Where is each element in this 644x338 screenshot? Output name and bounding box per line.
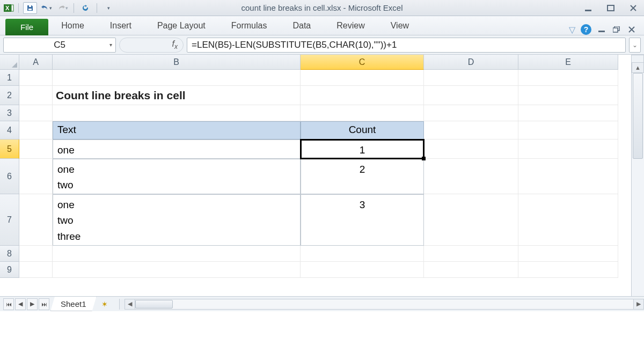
cell-a2[interactable] [19,86,53,105]
cell-a6[interactable] [19,159,53,194]
col-header-a[interactable]: A [19,55,53,70]
tab-formulas[interactable]: Formulas [218,18,280,35]
hscroll-right-icon[interactable]: ▶ [633,299,644,310]
cell-c2[interactable] [301,86,424,105]
name-box-dropdown-icon[interactable]: ▾ [109,42,112,48]
vertical-scrollbar[interactable]: ▲ [631,62,644,296]
row-header-5[interactable]: 5 [0,139,19,159]
cell-b3[interactable] [53,105,301,121]
cell-b5[interactable]: one [53,139,301,159]
tab-insert[interactable]: Insert [97,18,144,35]
hscroll-split-handle[interactable] [119,299,125,310]
fx-icon[interactable]: fx [172,39,178,50]
cell-b7[interactable]: one two three [53,194,301,246]
help-icon[interactable]: ? [581,24,591,35]
cell-a7[interactable] [19,194,53,246]
cell-d1[interactable] [424,70,518,86]
sheet-nav-prev-icon[interactable]: ◀ [15,298,26,310]
cell-b2[interactable]: Count line breaks in cell [53,86,301,105]
cell-c5[interactable]: 1 [301,139,424,159]
col-header-d[interactable]: D [424,55,518,70]
hscroll-thumb[interactable] [135,300,173,308]
hscroll-left-icon[interactable]: ◀ [125,299,135,310]
workbook-minimize-icon[interactable] [597,25,606,34]
workbook-restore-icon[interactable] [612,25,621,34]
cell-c6[interactable]: 2 [301,159,424,194]
cell-e7[interactable] [518,194,618,246]
cell-c1[interactable] [301,70,424,86]
refresh-icon[interactable] [78,2,92,14]
cell-d6[interactable] [424,159,518,194]
cell-b4[interactable]: Text [53,121,301,139]
cell-b6[interactable]: one two [53,159,301,194]
cell-c7[interactable]: 3 [301,194,424,246]
row-header-2[interactable]: 2 [0,86,19,105]
cell-b8[interactable] [53,246,301,262]
tab-review[interactable]: Review [324,18,377,35]
tab-page-layout[interactable]: Page Layout [144,18,218,35]
horizontal-scrollbar[interactable]: ◀ ▶ [119,297,644,311]
tab-view[interactable]: View [378,18,422,35]
cell-d9[interactable] [424,262,518,278]
redo-icon[interactable]: ▾ [55,2,69,14]
row-header-8[interactable]: 8 [0,246,19,262]
maximize-icon[interactable] [603,3,618,13]
cell-a8[interactable] [19,246,53,262]
qat-customize-icon[interactable]: ▾ [101,2,115,14]
cell-e9[interactable] [518,262,618,278]
col-header-b[interactable]: B [53,55,301,70]
cell-a4[interactable] [19,121,53,139]
cell-a9[interactable] [19,262,53,278]
cell-d7[interactable] [424,194,518,246]
row-header-7[interactable]: 7 [0,194,19,246]
cell-c9[interactable] [301,262,424,278]
col-header-c[interactable]: C [301,55,424,70]
row-header-9[interactable]: 9 [0,262,19,278]
cell-c8[interactable] [301,246,424,262]
tab-data[interactable]: Data [280,18,324,35]
save-icon[interactable] [23,2,37,14]
name-box[interactable]: C5 ▾ [3,38,116,53]
cell-b1[interactable] [53,70,301,86]
cell-e5[interactable] [518,139,618,159]
ribbon-min-icon[interactable]: ▽ [569,25,575,35]
sheet-nav-first-icon[interactable]: ⏮ [3,298,14,310]
row-header-3[interactable]: 3 [0,105,19,121]
cell-d2[interactable] [424,86,518,105]
cell-b9[interactable] [53,262,301,278]
cell-e8[interactable] [518,246,618,262]
cell-d8[interactable] [424,246,518,262]
cell-d4[interactable] [424,121,518,139]
sheet-nav-last-icon[interactable]: ⏭ [39,298,49,310]
row-header-1[interactable]: 1 [0,70,19,86]
cell-d5[interactable] [424,139,518,159]
select-all-corner[interactable] [0,55,19,70]
workbook-close-icon[interactable] [627,25,636,34]
new-sheet-icon[interactable]: ✶ [97,297,113,311]
cell-e6[interactable] [518,159,618,194]
vertical-split-handle[interactable] [631,55,644,62]
cell-e1[interactable] [518,70,618,86]
undo-icon[interactable]: ▾ [39,2,53,14]
vscroll-up-icon[interactable]: ▲ [632,62,644,73]
minimize-icon[interactable] [581,3,596,13]
tab-home[interactable]: Home [48,18,97,35]
formula-bar[interactable]: =LEN(B5)-LEN(SUBSTITUTE(B5,CHAR(10),""))… [187,38,626,53]
vscroll-thumb[interactable] [633,73,643,159]
cell-c4[interactable]: Count [301,121,424,139]
sheet-tab-1[interactable]: Sheet1 [50,297,97,311]
cell-a5[interactable] [19,139,53,159]
row-header-4[interactable]: 4 [0,121,19,139]
formula-bar-expand-icon[interactable]: ⌄ [629,38,641,53]
cell-c3[interactable] [301,105,424,121]
tab-file[interactable]: File [5,19,48,35]
row-header-6[interactable]: 6 [0,159,19,194]
cell-d3[interactable] [424,105,518,121]
cell-e3[interactable] [518,105,618,121]
col-header-e[interactable]: E [518,55,618,70]
sheet-nav-next-icon[interactable]: ▶ [27,298,38,310]
cell-a1[interactable] [19,70,53,86]
cell-a3[interactable] [19,105,53,121]
cell-e2[interactable] [518,86,618,105]
cell-e4[interactable] [518,121,618,139]
